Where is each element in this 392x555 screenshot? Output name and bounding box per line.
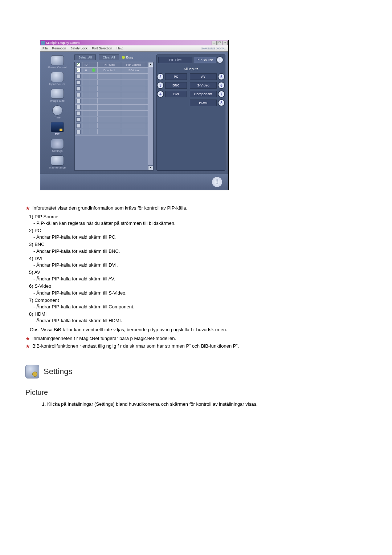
power-icon [51, 55, 64, 65]
table-row-empty [75, 98, 148, 105]
row-checkbox[interactable] [76, 86, 81, 91]
table-row[interactable]: 0Double 1S-Video [75, 68, 148, 74]
app-icon [41, 41, 45, 45]
row-checkbox[interactable] [76, 111, 81, 116]
sidebar-item-pip[interactable]: PIP [45, 121, 70, 137]
row-checkbox[interactable] [76, 105, 81, 109]
sidebar-item-settings[interactable]: Settings [45, 138, 70, 153]
callout-2: 2 [157, 73, 164, 80]
sidebar-item-image-size[interactable]: Image Size [45, 88, 70, 103]
row-checkbox[interactable] [76, 68, 81, 72]
callout-4: 4 [157, 90, 164, 98]
star-icon: ★ [25, 335, 30, 343]
maximize-button[interactable]: □ [217, 41, 222, 45]
col-pip-size: PIP Size [98, 62, 121, 67]
callout-8: 8 [218, 99, 225, 106]
cell-pip-size: Double 1 [98, 68, 121, 73]
row-checkbox[interactable] [76, 99, 81, 103]
doc-item: 8) HDMI- Ändrar PIP-källa för vald skärm… [29, 311, 367, 324]
table-row-empty [75, 129, 148, 135]
menu-remocon[interactable]: Remocon [52, 46, 66, 50]
tab-pip-size[interactable]: PIP Size [158, 57, 192, 63]
table-row-empty [75, 117, 148, 123]
busy-label: Busy [126, 56, 134, 59]
select-all-button[interactable]: Select All [74, 54, 96, 60]
table-row-empty [75, 74, 148, 80]
sidebar-item-input-source[interactable]: Input Source [45, 71, 70, 86]
table-row-empty [75, 80, 148, 86]
app-window: Multiple Display Control _ □ × File Remo… [40, 40, 229, 190]
picture-steps: Klicka på Inställningar (Settings) bland… [33, 401, 367, 408]
scroll-up-icon[interactable]: ▴ [148, 62, 153, 67]
document-text: ★Inforutnätet visar den grundinformation… [25, 205, 367, 408]
input-icon [51, 72, 64, 82]
pip-icon [51, 122, 64, 132]
sidebar-item-maintenance[interactable]: Maintenance [45, 155, 70, 170]
info-icon[interactable]: ! [212, 177, 222, 187]
input-buttons-grid: 2PC3BNC4DVI AV5S-Video6Component7HDMI8 [158, 73, 224, 106]
control-row: Select All Clear All Busy [74, 54, 154, 60]
row-checkbox[interactable] [76, 130, 81, 134]
intro-text: Inforutnätet visar den grundinformation … [32, 205, 187, 211]
callout-3: 3 [157, 82, 164, 89]
clock-icon [52, 105, 62, 116]
app-body: Power Control Input Source Image Size Ti… [40, 52, 228, 174]
input-bnc-button[interactable]: BNC [165, 82, 187, 89]
input-dvi-button[interactable]: DVI [165, 91, 187, 97]
table-row-empty [75, 105, 148, 111]
settings-section-header: Settings [25, 365, 367, 378]
row-checkbox[interactable] [76, 74, 81, 78]
cell-pip-source: S-Video [121, 68, 146, 73]
gear-icon [51, 139, 64, 149]
picture-step-1: Klicka på Inställningar (Settings) bland… [47, 401, 367, 408]
col-pip-source: PIP Source [121, 62, 146, 67]
input-svideo-button[interactable]: S-Video [190, 82, 217, 89]
row-checkbox[interactable] [76, 123, 81, 128]
row-checkbox[interactable] [76, 93, 81, 97]
input-av-button[interactable]: AV [190, 73, 217, 80]
busy-indicator: Busy [122, 56, 134, 59]
window-buttons: _ □ × [212, 41, 228, 45]
note1-text: Inmatningsenheten f r MagicNet fungerar … [32, 335, 176, 342]
row-checkbox[interactable] [76, 80, 81, 85]
obs-text: Obs: Vissa BiB-k llor kan eventuellt int… [30, 327, 367, 333]
callout-5: 5 [218, 73, 225, 80]
header-checkbox[interactable] [76, 62, 81, 67]
status-bar: ! [40, 174, 228, 190]
settings-title: Settings [44, 366, 73, 377]
scroll-down-icon[interactable]: ▾ [148, 165, 153, 170]
menu-safetylock[interactable]: Safety Lock [70, 46, 87, 50]
input-component-button[interactable]: Component [190, 91, 217, 97]
tab-pip-source[interactable]: PIP Source [193, 57, 216, 63]
callout-6: 6 [218, 82, 225, 89]
doc-item: 1) PIP Source- PIP-källan kan regleras n… [29, 214, 367, 227]
clear-all-button[interactable]: Clear All [99, 54, 119, 60]
table-row-empty [75, 86, 148, 92]
scrollbar[interactable]: ▴ ▾ [148, 62, 153, 170]
row-checkbox[interactable] [76, 117, 81, 122]
minimize-button[interactable]: _ [212, 41, 217, 45]
menu-help[interactable]: Help [117, 46, 123, 50]
col-status [90, 62, 98, 67]
settings-section-icon [25, 365, 39, 378]
close-button[interactable]: × [222, 41, 228, 45]
table-row-empty [75, 92, 148, 98]
busy-dot-icon [122, 56, 125, 59]
wrench-icon [51, 155, 64, 166]
note2-text: BiB-kontrollfunktionen r endast tillg ng… [32, 343, 239, 349]
star-icon: ★ [25, 343, 30, 350]
sidebar-item-time[interactable]: Time [45, 105, 70, 120]
input-hdmi-button[interactable]: HDMI [190, 100, 217, 106]
menubar: File Remocon Safety Lock Port Selection … [40, 45, 228, 52]
menu-file[interactable]: File [42, 46, 48, 50]
doc-item: 3) BNC- Ändrar PIP-källa för vald skärm … [29, 241, 367, 254]
sidebar-item-power-control[interactable]: Power Control [45, 54, 70, 70]
menu-portselection[interactable]: Port Selection [92, 46, 112, 50]
input-pc-button[interactable]: PC [165, 73, 187, 80]
center-panel: Select All Clear All Busy ID PIP Size [74, 54, 154, 171]
screenshot-region: Multiple Display Control _ □ × File Remo… [40, 40, 229, 190]
callout-7: 7 [218, 90, 225, 98]
doc-item: 2) PC- Ändrar PIP-källa för vald skärm t… [29, 227, 367, 240]
star-icon: ★ [25, 205, 30, 212]
titlebar: Multiple Display Control _ □ × [40, 40, 228, 45]
